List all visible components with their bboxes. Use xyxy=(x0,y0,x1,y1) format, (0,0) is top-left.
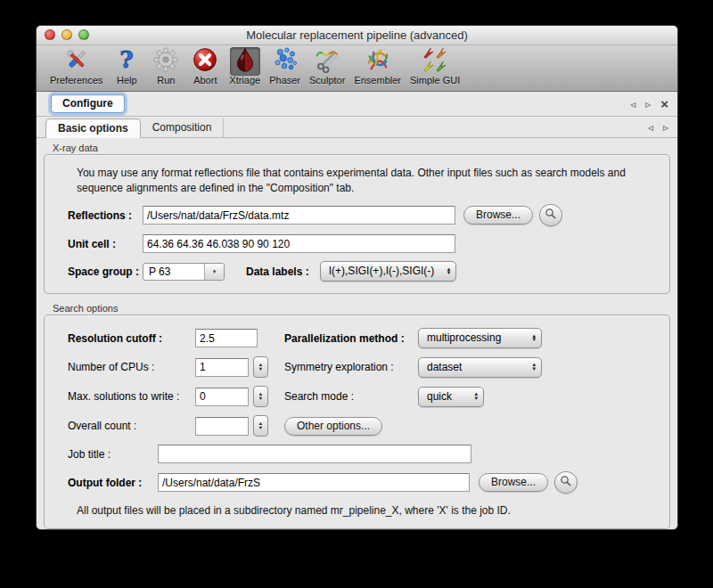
space-group-combobox[interactable]: P 63 ▾ xyxy=(143,263,225,281)
space-group-row: Space group : P 63 ▾ Data labels : I(+),… xyxy=(68,261,655,282)
symmetry-popup[interactable]: dataset ▴▾ xyxy=(418,357,542,378)
tools-icon xyxy=(63,46,90,77)
reflections-browse-button[interactable]: Browse... xyxy=(463,206,533,225)
toolbar-label: Ensembler xyxy=(354,75,401,86)
toolbar-label: Abort xyxy=(193,75,217,86)
toolbar-button-help[interactable]: ? Help xyxy=(107,47,146,86)
nav-right-icon[interactable]: ▹ xyxy=(645,99,651,110)
stop-x-icon xyxy=(192,46,218,77)
unit-cell-row: Unit cell : xyxy=(68,234,655,253)
output-folder-view-button[interactable] xyxy=(554,471,578,494)
num-cpus-stepper[interactable]: ▴▾ xyxy=(253,356,268,378)
toolbar-button-abort[interactable]: Abort xyxy=(185,47,225,86)
other-options-button[interactable]: Other options... xyxy=(284,417,382,436)
output-folder-browse-button[interactable]: Browse... xyxy=(479,473,548,492)
max-solutions-input[interactable] xyxy=(195,388,249,406)
tab-basic-options[interactable]: Basic options xyxy=(45,118,141,138)
toolbar-label: Help xyxy=(117,75,137,86)
title-bar[interactable]: Molecular replacement pipeline (advanced… xyxy=(37,26,677,45)
tabs-scroll-left-icon[interactable]: ◃ xyxy=(648,122,653,133)
xray-description: You may use any format reflections file … xyxy=(77,166,655,196)
toolbar-button-ensembler[interactable]: Ensembler xyxy=(349,47,406,86)
cpus-row: Number of CPUs : ▴▾ Symmetry exploration… xyxy=(68,356,655,378)
reflections-view-button[interactable] xyxy=(539,204,562,226)
toolbar-label: Preferences xyxy=(50,75,102,86)
toolbar-label: Xtriage xyxy=(229,75,260,86)
max-solutions-row: Max. solutions to write : ▴▾ Search mode… xyxy=(68,386,655,407)
question-mark-icon: ? xyxy=(113,46,140,77)
output-folder-label: Output folder : xyxy=(68,477,158,489)
toolbar-label: Simple GUI xyxy=(410,75,460,86)
nav-left-icon[interactable]: ◃ xyxy=(630,99,635,110)
xray-group-box: You may use any format reflections file … xyxy=(44,154,670,294)
search-mode-value: quick xyxy=(427,390,452,403)
window-title: Molecular replacement pipeline (advanced… xyxy=(246,29,468,42)
search-mode-popup[interactable]: quick ▴▾ xyxy=(418,387,484,407)
magnifier-icon xyxy=(545,208,557,224)
overall-count-stepper[interactable]: ▴▾ xyxy=(253,415,268,437)
desktop-background: Molecular replacement pipeline (advanced… xyxy=(0,0,713,588)
droplet-icon xyxy=(232,46,258,77)
unit-cell-label: Unit cell : xyxy=(68,238,143,250)
tab-configure[interactable]: Configure xyxy=(51,94,125,113)
data-labels-value: I(+),SIGI(+),I(-),SIGI(-) xyxy=(329,265,435,277)
space-group-value: P 63 xyxy=(143,264,204,280)
output-folder-input[interactable] xyxy=(158,473,470,492)
reflections-label: Reflections : xyxy=(68,209,143,222)
status-bar: Idle Project: FrzS xyxy=(37,529,677,530)
resolution-cutoff-input[interactable] xyxy=(195,329,258,347)
num-cpus-input[interactable] xyxy=(195,358,249,377)
reflections-input[interactable] xyxy=(143,206,455,225)
options-tab-bar: Basic options Composition ◃ ▹ xyxy=(37,117,677,138)
scissors-icon xyxy=(314,46,340,77)
minimize-window-button[interactable] xyxy=(61,29,72,40)
ribbons-icon xyxy=(365,46,391,77)
close-window-button[interactable] xyxy=(45,29,55,40)
search-mode-label: Search mode : xyxy=(284,390,418,403)
data-labels-label: Data labels : xyxy=(246,265,309,278)
max-solutions-label: Max. solutions to write : xyxy=(68,390,195,403)
toolbar-button-run[interactable]: Run xyxy=(146,47,185,86)
zoom-window-button[interactable] xyxy=(78,29,89,40)
toolbar-button-phaser[interactable]: Phaser xyxy=(265,47,305,86)
overall-count-label: Overall count : xyxy=(68,420,195,432)
toolbar-button-simple-gui[interactable]: Simple GUI xyxy=(406,47,464,86)
parallelization-value: multiprocessing xyxy=(427,331,501,344)
toolbar-label: Run xyxy=(157,75,175,86)
popup-arrows-icon: ▴▾ xyxy=(447,267,451,275)
overall-count-row: Overall count : ▴▾ Other options... xyxy=(68,415,655,437)
job-title-input[interactable] xyxy=(158,445,471,463)
app-window: Molecular replacement pipeline (advanced… xyxy=(36,25,678,530)
toolbar-button-preferences[interactable]: Preferences xyxy=(45,47,107,86)
reflections-row: Reflections : Browse... xyxy=(68,204,655,226)
close-tab-icon[interactable]: × xyxy=(660,97,668,110)
max-solutions-stepper[interactable]: ▴▾ xyxy=(253,386,268,407)
search-group-box: Resolution cutoff : Parallelization meth… xyxy=(44,314,670,529)
toolbar-button-sculptor[interactable]: Sculptor xyxy=(305,47,349,86)
popup-arrows-icon: ▴▾ xyxy=(474,392,478,400)
chevron-down-icon[interactable]: ▾ xyxy=(204,264,224,280)
data-labels-popup[interactable]: I(+),SIGI(+),I(-),SIGI(-) ▴▾ xyxy=(320,261,457,282)
xray-group-label: X-ray data xyxy=(53,143,670,153)
num-cpus-label: Number of CPUs : xyxy=(68,361,195,373)
magnifier-icon xyxy=(560,475,572,491)
svg-text:?: ? xyxy=(120,46,134,73)
toolbar-button-xtriage[interactable]: Xtriage xyxy=(225,47,265,86)
tab-composition[interactable]: Composition xyxy=(141,118,225,137)
tabs-scroll-right-icon[interactable]: ▹ xyxy=(663,122,668,133)
resolution-cutoff-label: Resolution cutoff : xyxy=(68,332,195,345)
space-group-label: Space group : xyxy=(68,265,143,278)
popup-arrows-icon: ▴▾ xyxy=(532,363,536,371)
output-note: All output files will be placed in a sub… xyxy=(77,504,655,517)
toolbar-label: Phaser xyxy=(269,75,300,86)
parallelization-popup[interactable]: multiprocessing ▴▾ xyxy=(418,328,542,348)
overall-count-input[interactable] xyxy=(195,417,249,436)
job-title-row: Job title : xyxy=(68,445,655,463)
basic-options-panel: X-ray data You may use any format reflec… xyxy=(37,138,677,529)
molecule-icon xyxy=(272,46,299,77)
resolution-row: Resolution cutoff : Parallelization meth… xyxy=(68,328,655,348)
window-controls xyxy=(45,29,89,40)
popup-arrows-icon: ▴▾ xyxy=(532,334,536,342)
output-folder-row: Output folder : Browse... xyxy=(68,471,655,494)
unit-cell-input[interactable] xyxy=(143,234,455,253)
